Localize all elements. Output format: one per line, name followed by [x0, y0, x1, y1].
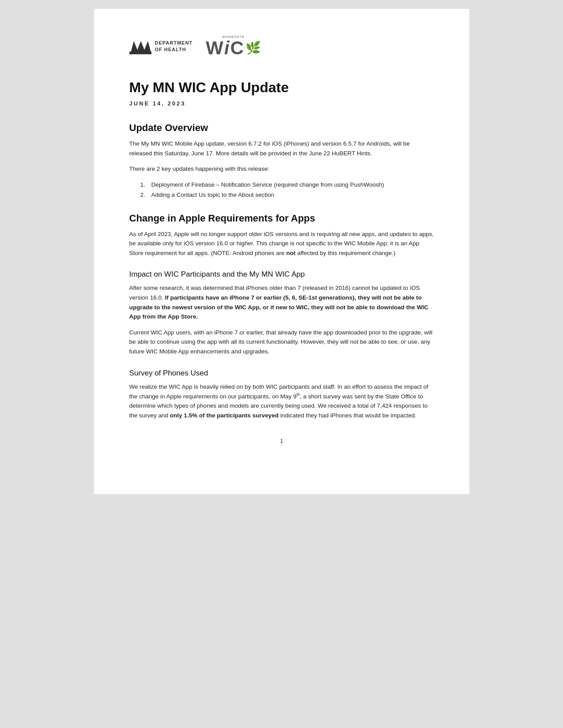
wic-text: WiC [206, 39, 245, 57]
survey-heading: Survey of Phones Used [129, 369, 434, 378]
list-item-2: Adding a Contact Us topic to the About s… [147, 190, 434, 200]
apple-requirements-heading: Change in Apple Requirements for Apps [129, 213, 434, 224]
svg-rect-2 [129, 52, 151, 54]
header-logos: DEPARTMENT OF HEALTH MINNESOTA WiC 🌿 [129, 35, 434, 57]
survey-para1: We realize the WIC App is heavily relied… [129, 382, 434, 420]
list-item-1: Deployment of Firebase – Notification Se… [147, 180, 434, 190]
wic-logo: MINNESOTA WiC 🌿 [206, 35, 261, 57]
leaf-icon: 🌿 [246, 42, 261, 54]
page-date: JUNE 14, 2023 [129, 100, 434, 107]
page-title: My MN WIC App Update [129, 79, 434, 96]
section-apple-requirements: Change in Apple Requirements for Apps As… [129, 213, 434, 258]
update-overview-heading: Update Overview [129, 122, 434, 134]
impact-heading: Impact on WIC Participants and the My MN… [129, 270, 434, 279]
section-impact: Impact on WIC Participants and the My MN… [129, 270, 434, 356]
update-overview-para1: The My MN WIC Mobile App update, version… [129, 139, 434, 158]
page-number: 1 [129, 438, 434, 444]
apple-requirements-para1: As of April 2023, Apple will no longer s… [129, 229, 434, 258]
impact-para2: Current WIC App users, with an iPhone 7 … [129, 328, 434, 356]
update-overview-para2: There are 2 key updates happening with t… [129, 164, 434, 174]
dept-name: DEPARTMENT OF HEALTH [155, 40, 193, 53]
section-survey: Survey of Phones Used We realize the WIC… [129, 369, 434, 420]
impact-para1: After some research, it was determined t… [129, 283, 434, 321]
mn-doh-logo: DEPARTMENT OF HEALTH [129, 38, 193, 55]
update-overview-list: Deployment of Firebase – Notification Se… [129, 180, 434, 200]
document-page: DEPARTMENT OF HEALTH MINNESOTA WiC 🌿 My … [94, 9, 469, 494]
section-update-overview: Update Overview The My MN WIC Mobile App… [129, 122, 434, 200]
mn-icon [129, 38, 151, 55]
